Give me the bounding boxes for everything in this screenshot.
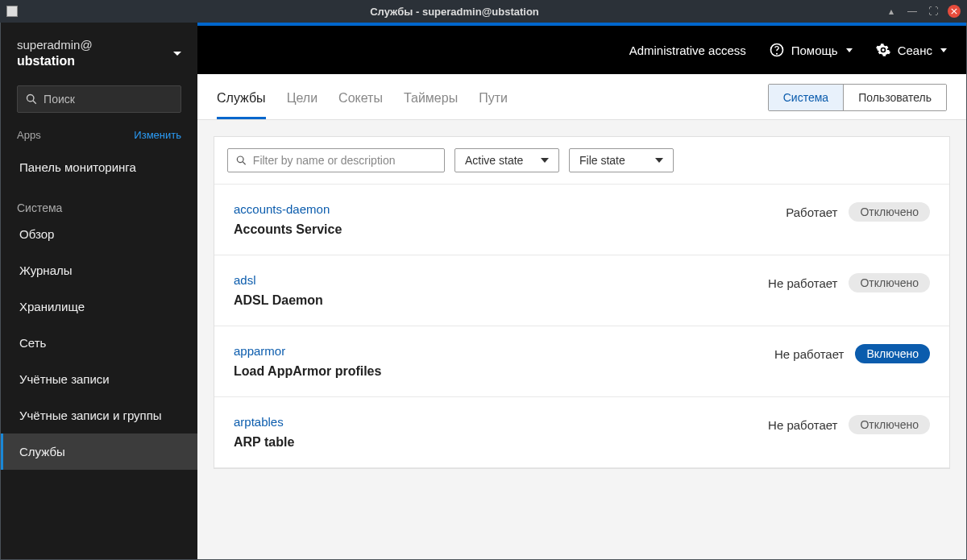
sidebar-item-accounts[interactable]: Учётные записи [1, 361, 197, 397]
sidebar-item-services[interactable]: Службы [1, 433, 197, 470]
host-name: ubstation [17, 53, 93, 70]
sidebar-item-accounts-groups[interactable]: Учётные записи и группы [1, 397, 197, 433]
service-link[interactable]: apparmor [234, 344, 774, 358]
tabs-row: Службы Цели Сокеты Таймеры Пути Система … [197, 74, 966, 120]
sidebar-item-network[interactable]: Сеть [1, 325, 197, 361]
service-status: Работает [786, 205, 837, 219]
search-icon [236, 155, 247, 166]
scope-system-button[interactable]: Система [769, 85, 844, 110]
help-menu[interactable]: Помощь [769, 42, 853, 58]
tab-paths[interactable]: Пути [479, 85, 508, 119]
admin-access-label[interactable]: Administrative access [629, 44, 746, 57]
sidebar: superadmin@ ubstation Apps Изменить Пане… [1, 23, 197, 559]
service-status: Не работает [774, 347, 844, 361]
window-title: Службы - superadmin@ubstation [24, 6, 885, 18]
tab-targets[interactable]: Цели [287, 85, 317, 119]
service-row: accounts-daemonAccounts ServiceРаботаетО… [214, 185, 949, 255]
tab-timers[interactable]: Таймеры [404, 85, 458, 119]
help-icon [769, 42, 785, 58]
host-selector[interactable]: superadmin@ ubstation [1, 23, 197, 81]
maximize-button[interactable]: ⛶ [927, 5, 940, 18]
service-status: Не работает [768, 276, 837, 290]
service-row: arptablesARP tableНе работаетОтключено [214, 397, 949, 468]
status-badge: Отключено [849, 202, 930, 222]
service-link[interactable]: arptables [234, 415, 768, 429]
service-link[interactable]: adsl [234, 273, 768, 287]
filter-file-label: File state [579, 154, 625, 167]
service-description: Load AppArmor profiles [234, 364, 774, 379]
service-description: ARP table [234, 435, 768, 450]
scope-user-button[interactable]: Пользователь [844, 85, 946, 110]
search-icon [26, 93, 37, 106]
window-titlebar: Службы - superadmin@ubstation ▴ — ⛶ [0, 0, 967, 23]
window-button-1[interactable]: ▴ [885, 5, 898, 18]
main-content: Administrative access Помощь Сеанс Служб… [197, 23, 966, 559]
apps-section-label: Apps [17, 129, 41, 141]
apps-edit-link[interactable]: Изменить [134, 129, 181, 141]
session-menu[interactable]: Сеанс [875, 42, 947, 58]
filter-file-state[interactable]: File state [569, 148, 674, 172]
service-row: adslADSL DaemonНе работаетОтключено [214, 255, 949, 326]
filter-active-state[interactable]: Active state [454, 148, 559, 172]
chevron-down-icon [541, 158, 549, 163]
chevron-down-icon [655, 158, 663, 163]
top-toolbar: Administrative access Помощь Сеанс [197, 26, 966, 74]
close-button[interactable] [948, 5, 961, 18]
filter-active-label: Active state [465, 154, 523, 167]
chevron-down-icon [846, 48, 853, 52]
service-description: Accounts Service [234, 222, 786, 237]
tab-services[interactable]: Службы [217, 85, 266, 119]
sidebar-search[interactable] [17, 85, 181, 113]
status-badge: Отключено [849, 415, 930, 434]
scope-segmented: Система Пользователь [768, 84, 947, 111]
filter-text[interactable] [227, 148, 445, 172]
tab-sockets[interactable]: Сокеты [338, 85, 383, 119]
session-label: Сеанс [898, 44, 932, 57]
services-panel: Active state File state accounts-daemonA… [214, 136, 950, 469]
service-link[interactable]: accounts-daemon [234, 202, 786, 216]
service-row: apparmorLoad AppArmor profilesНе работае… [214, 326, 949, 397]
status-badge: Включено [855, 344, 930, 363]
host-user: superadmin@ [17, 37, 93, 53]
search-input[interactable] [44, 93, 172, 106]
window-icon [6, 6, 18, 17]
gear-icon [875, 42, 891, 58]
service-description: ADSL Daemon [234, 293, 768, 308]
sidebar-item-overview[interactable]: Обзор [1, 216, 197, 252]
status-badge: Отключено [849, 273, 930, 292]
system-section-label: Система [1, 193, 197, 216]
filter-input[interactable] [253, 154, 436, 167]
sidebar-item-logs[interactable]: Журналы [1, 252, 197, 288]
service-status: Не работает [768, 418, 837, 432]
minimize-button[interactable]: — [906, 5, 919, 18]
sidebar-item-storage[interactable]: Хранилище [1, 288, 197, 325]
chevron-down-icon [940, 48, 947, 52]
filter-toolbar: Active state File state [214, 137, 949, 185]
chevron-down-icon [173, 52, 181, 56]
sidebar-item-dashboard[interactable]: Панель мониторинга [1, 146, 197, 189]
help-label: Помощь [791, 44, 838, 57]
